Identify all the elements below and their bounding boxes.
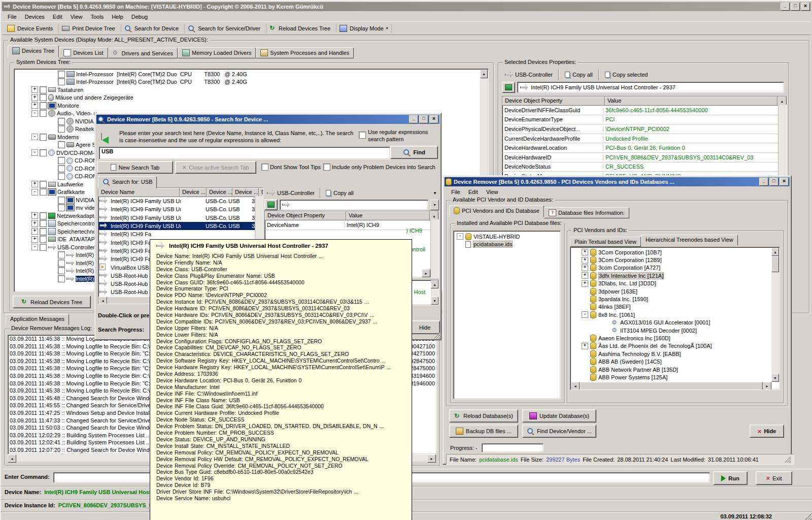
property-row[interactable]: DeviceDriverINFFileClassGuid 36fc9e60-c4… [502,106,787,115]
checkbox[interactable] [58,259,65,267]
checkbox[interactable] [58,197,65,204]
toolbar-button[interactable]: Search for Service/Driver [185,24,266,33]
checkbox[interactable] [40,94,47,101]
column-header[interactable]: Device ... [207,188,232,197]
resize-grip[interactable] [805,513,811,520]
expand-toggle-icon[interactable]: + [31,212,38,219]
column-header-value[interactable]: Value [605,96,777,106]
checkbox[interactable] [58,267,65,274]
find-device-vendor-button[interactable]: Find Device/Vendor ... [522,425,596,438]
toolbar-button[interactable]: Search for Device [121,24,185,33]
vendor-item[interactable]: + 3dfx Interactive Inc [121A] [570,272,780,279]
column-header[interactable]: Device ... [180,188,207,197]
vendor-item[interactable]: AGX013/016 GUI Accelerator [0001] [570,319,780,327]
expand-toggle-icon[interactable]: + [582,257,588,264]
main-titlebar[interactable]: Device Remover [Beta 5] 0.9.4263.9850 on… [2,2,811,11]
problem-devices-checkbox[interactable] [323,164,330,171]
expand-toggle-icon[interactable]: - [457,233,463,240]
expand-toggle-icon[interactable]: + [31,181,38,187]
search-result-tab[interactable]: Search for: USB [98,176,157,188]
dont-show-tooltips-checkbox[interactable] [261,164,268,171]
device-view-tab[interactable]: Memory Loaded Drivers [178,47,256,58]
property-row[interactable]: DeviceHardwareLocation PCI-Bus 0, Gerät … [502,143,787,153]
checkbox[interactable] [40,134,47,141]
checkbox[interactable] [58,71,65,78]
expand-toggle-icon[interactable]: + [582,280,588,287]
checkbox[interactable] [40,228,47,235]
scroll-right-icon[interactable]: ► [422,269,430,277]
expand-toggle-icon[interactable]: + [31,94,38,101]
minimize-icon[interactable] [759,178,768,186]
expand-toggle-icon[interactable]: + [582,343,588,349]
minimize-icon[interactable] [781,3,790,11]
restore-icon[interactable] [791,3,800,11]
expand-toggle-icon[interactable]: - [31,110,38,117]
device-view-tab[interactable]: Devices Tree [8,45,59,57]
vendor-item[interactable]: + 3Com Corporation [10B7] [570,248,780,256]
regex-checkbox-label[interactable]: Use regular expressions search pattern [368,128,435,143]
vendor-item[interactable]: 3dpower [163E] [570,287,780,295]
network-devices-button[interactable] [264,199,278,210]
tree-item[interactable]: + Mäuse und andere Zeigegeräte [14,94,488,102]
property-row[interactable]: DeviceHardwareID PCI\VEN_8086&DEV_2937&S… [502,153,787,162]
checkbox[interactable] [40,102,47,109]
toolbar-button[interactable]: Reload Devices Tree [266,24,336,32]
checkbox[interactable] [40,236,47,243]
vendor-item[interactable]: IIT3104 MPEG Decoder [0002] [570,327,780,334]
tree-item[interactable]: Intel-Prozessor [Intel(R) Core(TM)2 Duo … [14,78,488,86]
search-input[interactable]: USB [99,147,390,159]
property-row[interactable]: DevicePhysicalDeviceObject... \Device\NT… [502,124,787,134]
expand-toggle-icon[interactable]: - [31,134,38,140]
expand-toggle-icon[interactable]: + [582,272,588,279]
maximize-icon[interactable] [769,178,779,186]
checkbox[interactable] [58,204,65,211]
find-button[interactable]: Find [390,146,438,159]
pci-window-titlebar[interactable]: Device Remover [Beta 5] 0.9.4263.9850 - … [445,177,790,186]
checkbox[interactable] [58,165,65,172]
menu-item[interactable]: Tools [86,13,108,21]
update-databases-button[interactable]: Update Database(s) [522,409,596,422]
expand-toggle-icon[interactable]: - [31,149,38,156]
messages-tab[interactable]: Application Messages [6,314,69,325]
new-search-tab-button[interactable]: New Search Tab [97,161,173,174]
backup-db-files-button[interactable]: Backup DB files ... [449,425,518,438]
expand-toggle-icon[interactable]: + [31,228,38,235]
vendor-item[interactable]: ABB Network Partner AB [135D] [570,366,780,373]
expand-toggle-icon[interactable]: + [31,86,38,93]
exit-button[interactable]: Exit [756,471,792,485]
hide-button[interactable]: Hide [750,425,784,438]
checkbox[interactable] [40,110,47,117]
network-devices-button[interactable] [502,82,515,93]
device-class-button[interactable]: USB-Controller [502,71,556,79]
search-dialog-titlebar[interactable]: Device Remover [Beta 5] 0.9.4263.9850 - … [96,115,439,124]
dont-show-tooltips-label[interactable]: Dont Show Tool Tips [270,164,321,170]
menu-item[interactable]: File [447,188,464,196]
checkbox[interactable] [58,78,65,85]
tree-item[interactable]: + Monitore [14,102,488,110]
expand-toggle-icon[interactable]: + [31,220,38,227]
reload-databases-button[interactable]: Reload Database(s) [449,409,518,422]
checkbox[interactable] [40,220,47,227]
copy-all-button[interactable]: Copy all [562,71,596,79]
checkbox[interactable] [40,181,47,188]
resize-grip[interactable] [433,332,440,339]
device-class-button[interactable]: USB-Controller [264,189,317,197]
checkbox[interactable] [40,188,47,196]
menu-item[interactable]: Debug [127,13,152,21]
search-result-row[interactable]: Intel(R) ICH9 Family USB Univer ... USB-… [98,214,263,222]
search-result-row[interactable]: Intel(R) ICH9 Family USB Univer ... USB-… [98,197,263,205]
device-view-tab[interactable]: System Processes and Handles [256,47,354,58]
db-file-item[interactable]: - VISTAUE-HYBRID [454,233,560,240]
expand-toggle-icon[interactable]: + [582,249,588,255]
vendor-horizontal-scrollbar[interactable]: ◄► [571,382,771,389]
vendor-item[interactable]: ABB Power Systems [125A] [570,373,780,381]
checkbox[interactable] [58,275,65,282]
checkbox[interactable] [58,141,65,148]
reload-devices-tree-button[interactable]: Reload Devices Tree [13,296,91,308]
db-file-item[interactable]: pcidatabase.ids [454,240,560,248]
property-row[interactable]: DeviceNodeStatus CR_SUCCESS [502,162,787,172]
vendor-item[interactable]: Aaeon Electronics Inc [160D] [570,334,780,342]
tree-item[interactable]: + Tastaturen [14,86,488,94]
menu-item[interactable]: View [66,13,87,21]
checkbox[interactable] [40,149,47,156]
